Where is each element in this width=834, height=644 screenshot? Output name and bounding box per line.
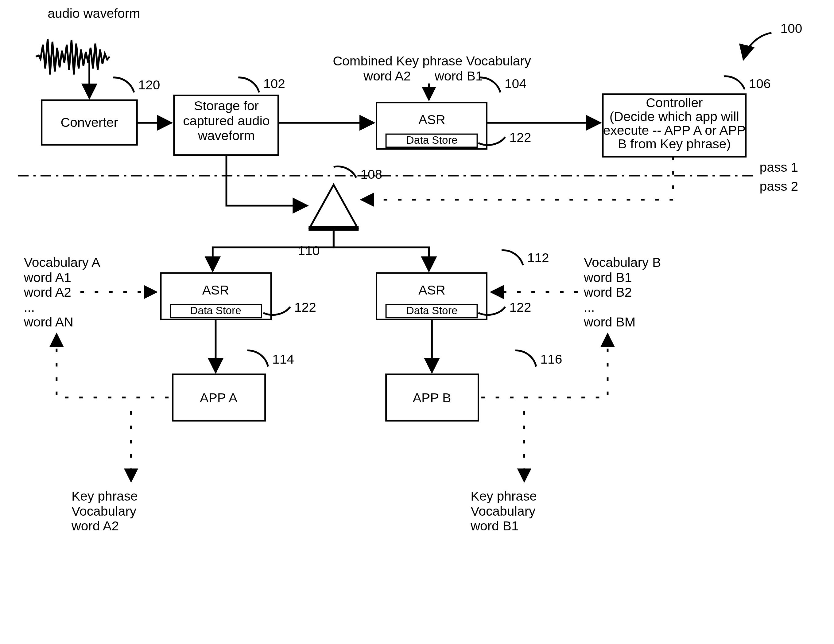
svg-rect-10 [309, 226, 359, 231]
ref-104: 104 [504, 76, 527, 91]
ctrl-l4: B from Key phrase) [618, 136, 731, 151]
converter-label: Converter [60, 115, 118, 129]
ref-106: 106 [749, 76, 771, 91]
vocabA-l4: ... [24, 300, 35, 314]
keyA-l3: word A2 [71, 518, 119, 533]
vocabB-l1: Vocabulary B [584, 255, 661, 270]
pass1-label: pass 1 [760, 160, 798, 175]
ref-108: 108 [360, 167, 382, 181]
figure-ref-100: 100 [743, 21, 802, 60]
vocab-b: Vocabulary B word B1 word B2 ... word BM [491, 255, 661, 329]
ctrl-l1: Controller [646, 95, 703, 110]
vocab-a: Vocabulary A word A1 word A2 ... word AN [24, 255, 157, 329]
ref-110: 110 [298, 243, 320, 258]
asr3-box: ASR Data Store 122 112 [377, 250, 549, 319]
vocabA-l3: word A2 [24, 285, 71, 299]
keyB-l3: word B1 [470, 518, 519, 533]
asr3-title: ASR [419, 283, 445, 297]
vocabB-l3: word B2 [583, 285, 632, 299]
waveform-icon [36, 39, 110, 74]
keyB-l1: Key phrase [470, 489, 537, 503]
converter-box: Converter 120 [42, 78, 160, 145]
asr2-box: ASR Data Store 122 110 [161, 243, 320, 320]
ref-112: 112 [527, 250, 549, 265]
asr1-top1: Combined Key phrase Vocabulary [333, 53, 531, 68]
asr1-title: ASR [419, 112, 445, 127]
vocabB-l4: ... [584, 300, 595, 314]
diagram-canvas: 100 audio waveform Converter 120 Storage… [0, 0, 834, 632]
asr3-sub: Data Store [406, 304, 458, 316]
pass2-label: pass 2 [760, 179, 798, 194]
keyA-l1: Key phrase [71, 489, 138, 503]
storage-l3: waveform [198, 128, 255, 143]
appB-box: APP B 116 [386, 350, 562, 421]
asr1-top2b: word B1 [434, 68, 483, 83]
ref-100: 100 [780, 21, 802, 36]
storage-box: Storage for captured audio waveform 102 [174, 76, 285, 155]
key-a: Key phrase Vocabulary word A2 [71, 489, 138, 533]
ref-122b: 122 [294, 300, 316, 314]
key-b: Key phrase Vocabulary word B1 [470, 489, 537, 533]
asr1-box: ASR Data Store 104 122 Combined Key phra… [333, 53, 531, 149]
asr2-sub: Data Store [190, 304, 241, 316]
storage-l1: Storage for [194, 98, 259, 113]
vocabA-l1: Vocabulary A [24, 255, 101, 270]
appA-title: APP A [200, 390, 238, 405]
asr1-sub: Data Store [406, 134, 458, 146]
ref-120: 120 [138, 78, 160, 92]
ref-122c: 122 [509, 300, 531, 314]
ctrl-l2: (Decide which app will [609, 109, 739, 124]
ref-102: 102 [263, 76, 285, 91]
asr2-title: ASR [202, 283, 229, 297]
ref-116: 116 [540, 352, 562, 366]
controller-box: Controller (Decide which app will execut… [603, 76, 771, 157]
keyA-l2: Vocabulary [71, 504, 137, 518]
vocabB-l2: word B1 [583, 270, 632, 285]
keyB-l2: Vocabulary [470, 504, 536, 518]
appB-title: APP B [413, 390, 451, 405]
ctrl-l3: execute -- APP A or APP [603, 123, 745, 138]
vocabA-l2: word A1 [24, 270, 71, 285]
vocabB-l5: word BM [583, 315, 635, 330]
appA-box: APP A 114 [173, 350, 294, 421]
ref-122a: 122 [509, 130, 531, 145]
storage-l2: captured audio [183, 113, 270, 128]
audio-waveform-label: audio waveform [48, 6, 140, 21]
vocabA-l5: word AN [24, 315, 73, 330]
ref-114: 114 [272, 352, 294, 366]
asr1-top2a: word A2 [363, 68, 411, 83]
